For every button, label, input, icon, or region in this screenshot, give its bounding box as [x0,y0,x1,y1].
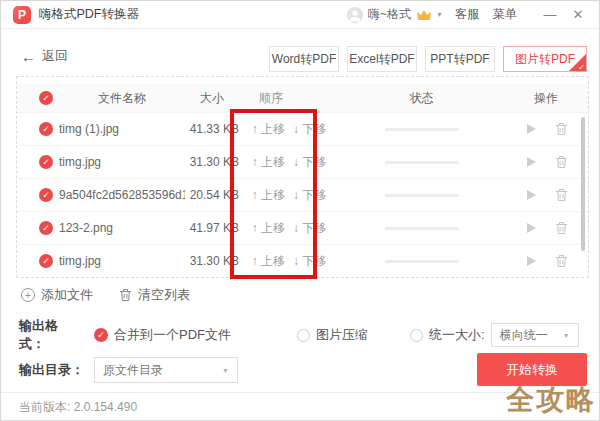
customer-service-link[interactable]: 客服 [455,6,479,23]
move-down-button[interactable]: ↓ 下移 [293,254,326,268]
menu-link[interactable]: 菜单 [493,6,517,23]
file-name: timg.jpg [59,155,185,169]
table-header-row: ✓ 文件名称 大小 顺序 状态 操作 [17,84,588,112]
row-checkbox[interactable]: ✓ [39,188,53,202]
close-button[interactable]: ✕ [569,7,587,22]
user-avatar-icon[interactable] [347,7,363,23]
convert-play-button[interactable] [525,255,537,267]
table-row: ✓ timg.jpg 31.30 KB ↑ 上移↓ 下移 [17,244,588,277]
progress-bar [385,161,459,164]
move-up-label: 上移 [261,188,285,202]
move-down-button[interactable]: ↓ 下移 [293,188,326,202]
header-operation: 操作 [504,90,588,107]
down-arrow-icon: ↓ [293,188,299,202]
table-row: ✓ 9a504fc2d562853596d1ffdc... 20.54 KB ↑… [17,178,588,211]
merge-pdf-option[interactable]: ✓ 合并到一个PDF文件 [94,326,231,344]
radio-checked-icon: ✓ [94,328,108,342]
header-size: 大小 [185,90,239,107]
user-menu-caret-icon[interactable]: ▼ [436,11,443,18]
down-arrow-icon: ↓ [293,254,299,268]
file-size: 20.54 KB [185,188,239,202]
output-format-row: 输出格式： ✓ 合并到一个PDF文件 图片压缩 统一大小: 横向统一 ▼ [19,322,587,348]
progress-bar [385,128,459,131]
back-button[interactable]: ← 返回 [21,47,68,65]
convert-tabs: Word转PDF Excel转PDF PPT转PDF 图片转PDF ✓ [261,46,587,72]
table-row: ✓ timg.jpg 31.30 KB ↑ 上移↓ 下移 [17,145,588,178]
table-row: ✓ timg (1).jpg 41.33 KB ↑ 上移↓ 下移 [17,112,588,145]
convert-play-button[interactable] [525,189,537,201]
image-compress-label: 图片压缩 [316,326,368,344]
output-dir-label: 输出目录： [19,361,84,379]
move-down-label: 下移 [302,254,326,268]
move-down-button[interactable]: ↓ 下移 [293,221,326,235]
select-all-checkbox[interactable]: ✓ [39,91,53,105]
down-arrow-icon: ↓ [293,122,299,136]
down-arrow-icon: ↓ [293,221,299,235]
convert-play-button[interactable] [525,156,537,168]
row-checkbox[interactable]: ✓ [39,122,53,136]
delete-row-button[interactable] [555,221,568,235]
row-checkbox[interactable]: ✓ [39,221,53,235]
move-down-button[interactable]: ↓ 下移 [293,155,326,169]
tab-excel-to-pdf[interactable]: Excel转PDF [347,46,417,72]
uniform-size-value: 横向统一 [500,327,548,344]
move-up-button[interactable]: ↑ 上移 [252,254,285,268]
uniform-size-dropdown[interactable]: 横向统一 ▼ [491,323,579,347]
move-up-button[interactable]: ↑ 上移 [252,155,285,169]
file-size: 41.33 KB [185,122,239,136]
move-down-label: 下移 [302,122,326,136]
titlebar-right: 嗨~格式 ▼ 客服 菜单 — ✕ [347,6,587,23]
clear-list-label: 清空列表 [138,286,190,304]
trash-icon [119,288,132,302]
table-row: ✓ 123-2.png 41.97 KB ↑ 上移↓ 下移 [17,211,588,244]
watermark-text: 全攻略 [506,381,596,419]
progress-bar [385,194,459,197]
username[interactable]: 嗨~格式 [368,6,411,23]
move-down-label: 下移 [302,155,326,169]
header-file-name: 文件名称 [59,90,185,107]
move-down-label: 下移 [302,221,326,235]
tab-label: Word转PDF [272,51,336,68]
move-up-button[interactable]: ↑ 上移 [252,221,285,235]
version-text: 当前版本: 2.0.154.490 [19,399,137,416]
convert-play-button[interactable] [525,123,537,135]
minimize-button[interactable]: — [541,7,559,22]
image-compress-option[interactable]: 图片压缩 [297,326,368,344]
delete-row-button[interactable] [555,122,568,136]
plus-circle-icon: + [21,288,35,302]
table-scrollbar[interactable] [581,117,585,251]
header-order: 顺序 [239,90,339,107]
up-arrow-icon: ↑ [252,254,258,268]
vip-crown-icon[interactable] [416,9,432,21]
tab-image-to-pdf[interactable]: 图片转PDF ✓ [503,46,587,72]
up-arrow-icon: ↑ [252,155,258,169]
row-checkbox[interactable]: ✓ [39,254,53,268]
file-size: 31.30 KB [185,155,239,169]
move-down-button[interactable]: ↓ 下移 [293,122,326,136]
tab-label: Excel转PDF [349,51,414,68]
radio-unchecked-icon [297,329,310,342]
uniform-size-option[interactable]: 统一大小: [410,326,485,344]
move-up-label: 上移 [261,221,285,235]
delete-row-button[interactable] [555,254,568,268]
clear-list-button[interactable]: 清空列表 [119,286,190,304]
file-table: ✓ 文件名称 大小 顺序 状态 操作 ✓ timg (1).jpg 41.33 … [16,76,589,278]
progress-bar [385,227,459,230]
move-up-button[interactable]: ↑ 上移 [252,188,285,202]
up-arrow-icon: ↑ [252,188,258,202]
move-up-button[interactable]: ↑ 上移 [252,122,285,136]
output-dir-row: 输出目录： 原文件目录 ▼ [19,357,238,383]
file-name: timg.jpg [59,254,185,268]
output-dir-dropdown[interactable]: 原文件目录 ▼ [94,357,238,383]
convert-play-button[interactable] [525,222,537,234]
file-name: 123-2.png [59,221,185,235]
tab-word-to-pdf[interactable]: Word转PDF [269,46,339,72]
tab-label: 图片转PDF [515,51,575,68]
delete-row-button[interactable] [555,155,568,169]
tab-ppt-to-pdf[interactable]: PPT转PDF [425,46,495,72]
file-size: 31.30 KB [185,254,239,268]
add-file-button[interactable]: + 添加文件 [21,286,93,304]
delete-row-button[interactable] [555,188,568,202]
header-status: 状态 [339,90,504,107]
row-checkbox[interactable]: ✓ [39,155,53,169]
